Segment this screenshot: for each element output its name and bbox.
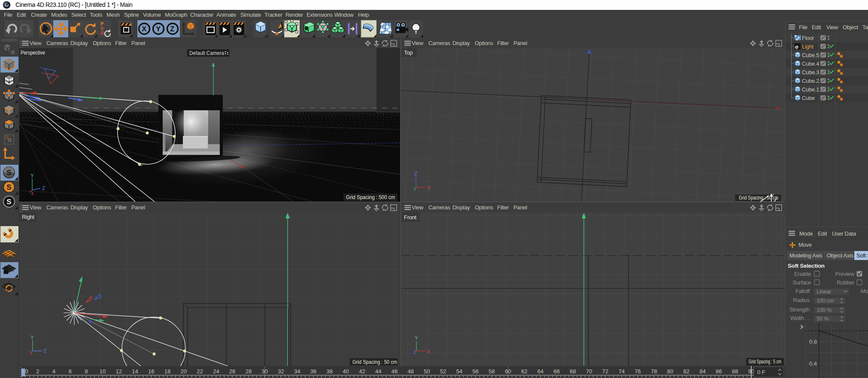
svg-text:Enable: Enable [794,271,811,277]
svg-text:S: S [6,183,11,191]
svg-text:18: 18 [164,368,170,375]
svg-text:26: 26 [229,368,235,375]
svg-text:78: 78 [651,368,657,375]
svg-text:Y: Y [413,187,416,192]
svg-text:Strength: Strength [789,306,810,313]
svg-text:Preview: Preview [835,271,855,277]
svg-text:Edit: Edit [812,24,821,30]
svg-text:Z: Z [414,171,417,177]
svg-text:Front: Front [404,214,417,221]
svg-text:24: 24 [213,368,219,375]
svg-text:88: 88 [732,368,738,375]
svg-text:S: S [6,169,11,177]
svg-text:S: S [6,198,11,206]
svg-text:84: 84 [700,368,706,375]
svg-text:0.8: 0.8 [809,339,817,345]
svg-text:74: 74 [619,368,625,375]
svg-text:0.4: 0.4 [809,360,817,367]
svg-text:72: 72 [602,368,608,375]
svg-text:Z: Z [413,350,416,355]
svg-text:16: 16 [148,368,154,375]
svg-text:Y: Y [415,335,418,341]
svg-text:Cube.2: Cube.2 [802,78,819,84]
svg-text:Z: Z [43,348,46,354]
svg-text:50: 50 [424,368,430,375]
svg-text:Soft S: Soft S [856,252,868,259]
svg-text:46: 46 [392,368,398,375]
svg-text:10: 10 [100,368,106,375]
svg-text:Z: Z [170,25,174,33]
svg-text:30: 30 [261,368,267,375]
svg-text:50 %: 50 % [816,315,829,322]
svg-text:20: 20 [181,368,187,375]
svg-text:36: 36 [310,368,316,375]
svg-text:Object Axis: Object Axis [827,252,854,259]
svg-text:Y: Y [156,25,161,33]
svg-text:60: 60 [505,368,511,375]
svg-text:X: X [427,185,431,191]
svg-text:Mode: Mode [799,230,813,237]
svg-text:View: View [826,24,838,30]
svg-text:R: R [100,30,104,36]
svg-text:Y: Y [30,335,34,341]
svg-text:100 cm: 100 cm [816,297,834,304]
svg-text:80: 80 [667,368,673,375]
svg-text:Right: Right [22,214,35,220]
svg-text:2: 2 [36,368,39,375]
svg-text:Object: Object [843,24,858,30]
svg-text:4: 4 [52,368,55,375]
svg-text:38: 38 [327,368,333,375]
svg-text:0: 0 [25,368,28,375]
svg-text:Radius: Radius [793,297,810,303]
svg-text:22: 22 [197,368,203,375]
svg-text:66: 66 [553,368,559,375]
svg-text:40: 40 [343,368,349,375]
svg-text:Grid Spacing : 50 cm: Grid Spacing : 50 cm [352,359,397,365]
svg-text:File: File [799,24,807,30]
svg-text:90: 90 [748,368,754,375]
svg-text:Edit: Edit [818,230,827,237]
svg-text:68: 68 [570,368,576,375]
svg-text:Falloff: Falloff [795,288,810,294]
svg-text:Cube.4: Cube.4 [802,60,819,67]
svg-text:Linear: Linear [816,288,832,295]
svg-text:Z: Z [42,185,45,191]
svg-text:42: 42 [359,368,365,375]
svg-text:Grid Spacing : 5 cm: Grid Spacing : 5 cm [749,358,781,365]
svg-text:Perspective: Perspective [21,49,45,56]
svg-text:Cube: Cube [802,95,815,101]
svg-text:Grid Spacing : 500 cm: Grid Spacing : 500 cm [346,194,395,200]
svg-text:100 %: 100 % [816,307,832,313]
svg-text:Light: Light [802,43,813,50]
svg-text:32: 32 [278,368,284,375]
svg-text:Soft Selection: Soft Selection [788,263,825,269]
svg-text:X: X [427,349,430,355]
svg-text:34: 34 [294,368,300,375]
svg-text:82: 82 [683,368,689,375]
svg-text:Modeling Axis: Modeling Axis [789,252,822,259]
svg-text:48: 48 [407,368,413,375]
svg-text:Cube.1: Cube.1 [802,86,819,93]
svg-text:Cube.3: Cube.3 [802,69,819,76]
svg-text:58: 58 [489,368,495,375]
svg-text:14: 14 [132,368,138,375]
svg-text:56: 56 [473,368,479,375]
svg-text:8: 8 [85,368,88,375]
svg-text:X: X [30,351,33,355]
svg-text:Surface: Surface [792,279,811,286]
svg-text:Cube.5: Cube.5 [802,52,819,58]
svg-text:70: 70 [586,368,592,375]
svg-text:6: 6 [69,368,72,375]
svg-text:28: 28 [246,368,252,375]
svg-text:Y: Y [30,173,34,179]
svg-text:86: 86 [716,368,722,375]
svg-text:64: 64 [537,368,543,375]
svg-text:54: 54 [456,368,462,375]
svg-text:Mo: Mo [861,288,868,294]
svg-text:User Data: User Data [832,230,856,237]
svg-text:Top: Top [404,49,413,56]
svg-text:0 F: 0 F [757,369,765,375]
svg-text:Default Camera: Default Camera [189,50,225,56]
svg-text:62: 62 [521,368,527,375]
svg-text:12: 12 [115,368,121,375]
